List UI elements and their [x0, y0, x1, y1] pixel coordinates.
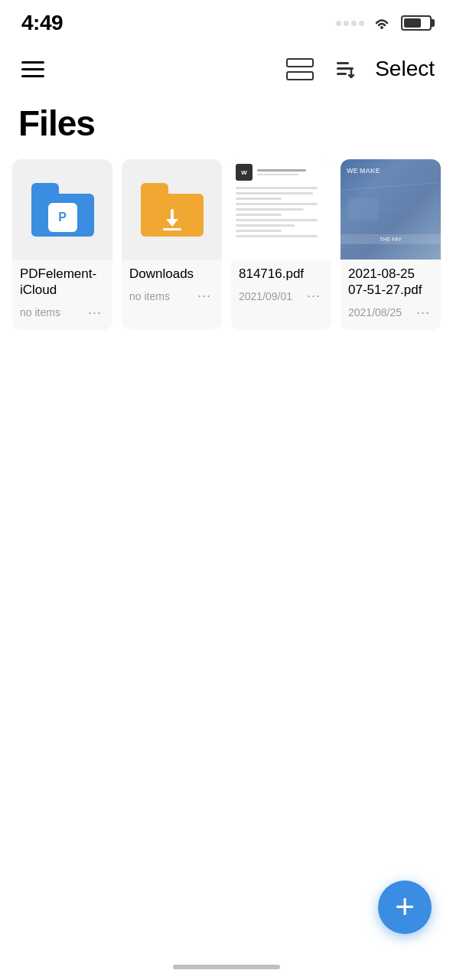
add-fab-button[interactable]: +: [378, 880, 432, 934]
folder-blue-icon: P: [31, 183, 94, 237]
file-meta: 2021/08/25 ···: [348, 303, 433, 322]
page-title: Files: [0, 96, 453, 159]
file-thumbnail: W: [231, 159, 331, 260]
file-meta: 2021/09/01 ···: [239, 286, 324, 305]
home-indicator: [173, 965, 280, 969]
svg-rect-1: [337, 62, 349, 64]
menu-icon[interactable]: [18, 58, 47, 80]
file-thumbnail: [122, 159, 222, 260]
file-name: Downloads: [129, 266, 214, 282]
nav-bar: Select: [0, 41, 453, 96]
file-item-pdfelement-icloud[interactable]: P PDFelement-iCloud no items ···: [12, 159, 112, 330]
more-button[interactable]: ···: [194, 286, 214, 305]
status-time: 4:49: [21, 11, 63, 35]
status-bar: 4:49: [0, 0, 453, 41]
file-name: 2021-08-25 07-51-27.pdf: [348, 266, 433, 299]
image-thumbnail: WE MAKE THE FAY: [341, 159, 441, 260]
sort-icon[interactable]: [332, 56, 360, 82]
svg-point-0: [380, 26, 383, 29]
download-arrow-icon: [161, 209, 183, 230]
svg-rect-7: [348, 198, 379, 220]
file-date: 2021/09/01: [239, 290, 292, 302]
add-icon: +: [395, 890, 415, 923]
file-name: 814716.pdf: [239, 266, 324, 282]
file-info: 2021-08-25 07-51-27.pdf 2021/08/25 ···: [341, 260, 441, 330]
file-meta: no items ···: [20, 303, 105, 322]
file-thumbnail: P: [12, 159, 112, 260]
files-grid: P PDFelement-iCloud no items ···: [0, 159, 453, 330]
file-meta: no items ···: [129, 286, 214, 305]
file-date: no items: [129, 290, 170, 302]
more-button[interactable]: ···: [413, 303, 433, 322]
nav-right: Select: [286, 54, 435, 84]
file-info: Downloads no items ···: [122, 260, 222, 313]
view-toggle-icon[interactable]: [286, 56, 317, 82]
file-item-814716-pdf[interactable]: W 814716.pdf: [231, 159, 331, 330]
file-item-downloads[interactable]: Downloads no items ···: [122, 159, 222, 330]
file-item-2021-08-25-pdf[interactable]: WE MAKE THE FAY 2021: [341, 159, 441, 330]
folder-orange-icon: [141, 183, 204, 237]
file-thumbnail: WE MAKE THE FAY: [341, 159, 441, 260]
select-button[interactable]: Select: [375, 54, 435, 84]
more-button[interactable]: ···: [304, 286, 324, 305]
file-name: PDFelement-iCloud: [20, 266, 105, 299]
signal-dots-icon: [336, 21, 364, 26]
battery-icon: [401, 15, 432, 31]
status-icons: [336, 15, 432, 31]
file-date: 2021/08/25: [348, 306, 402, 318]
file-date: no items: [20, 306, 60, 318]
svg-rect-3: [337, 73, 347, 75]
file-info: 814716.pdf 2021/09/01 ···: [231, 260, 331, 313]
more-button[interactable]: ···: [85, 303, 105, 322]
file-info: PDFelement-iCloud no items ···: [12, 260, 112, 330]
pdf-letter: P: [58, 211, 67, 224]
pdf-document-preview: W: [231, 159, 331, 260]
wifi-icon: [370, 15, 393, 31]
